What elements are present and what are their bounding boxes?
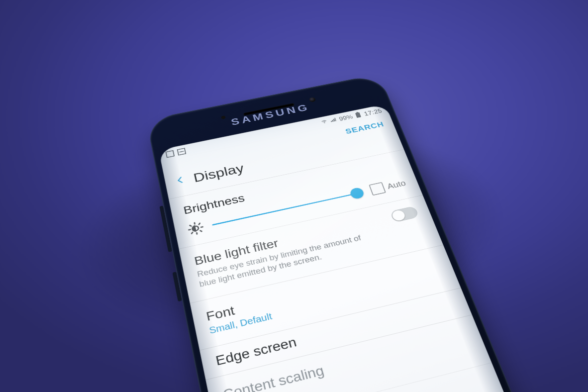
notification-icon bbox=[165, 150, 175, 158]
svg-point-0 bbox=[324, 123, 325, 123]
battery-icon bbox=[354, 111, 363, 119]
perspective-stage: SAMSUNG 99% bbox=[0, 0, 588, 392]
notification-icon-2 bbox=[177, 148, 187, 155]
status-left bbox=[165, 148, 186, 158]
battery-percent: 99% bbox=[338, 114, 354, 122]
wifi-icon bbox=[321, 119, 329, 126]
phone-screen: 99% 17:25 SEARCH Display bbox=[159, 104, 526, 392]
svg-rect-1 bbox=[355, 112, 361, 118]
scene-background: SAMSUNG 99% bbox=[0, 0, 588, 392]
switch-knob bbox=[391, 209, 406, 222]
status-clock: 17:25 bbox=[363, 108, 383, 117]
phone-device: SAMSUNG 99% bbox=[146, 74, 560, 392]
signal-icon bbox=[329, 117, 337, 124]
slider-thumb[interactable] bbox=[349, 187, 365, 200]
blue-light-switch[interactable] bbox=[390, 206, 419, 223]
